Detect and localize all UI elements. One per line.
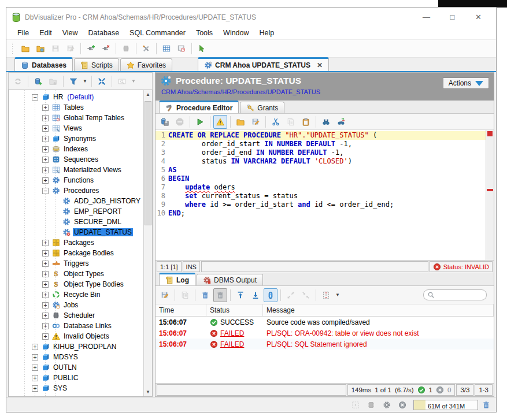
save-as-button[interactable] — [64, 42, 77, 55]
tab-scripts[interactable]: Scripts — [74, 58, 119, 71]
filter-caret[interactable]: ▼ — [82, 75, 88, 88]
minimize-button[interactable]: — — [413, 10, 439, 25]
tree-item-invalid-objects[interactable]: +Invalid Objects — [9, 331, 143, 341]
tree-item-views[interactable]: +Views — [9, 123, 143, 133]
menu-file[interactable]: File — [12, 28, 34, 38]
collapse-icon[interactable]: − — [32, 94, 38, 101]
tree-item-triggers[interactable]: +Triggers — [9, 258, 143, 269]
tree-item-package-bodies[interactable]: +Package Bodies — [9, 248, 143, 258]
tree-item-procedures[interactable]: −Procedures — [9, 185, 143, 196]
find-button[interactable] — [319, 115, 333, 129]
garbage-collect-button[interactable] — [480, 399, 493, 410]
maximize-button[interactable]: □ — [439, 10, 465, 25]
copy-button[interactable] — [284, 115, 298, 129]
tab-databases[interactable]: Databases — [14, 57, 73, 71]
open-file-button[interactable] — [18, 42, 32, 55]
error-stripe-line-marker[interactable] — [487, 189, 493, 191]
column-header-time[interactable]: Time — [156, 304, 206, 316]
expand-icon[interactable]: + — [42, 167, 49, 173]
expand-icon[interactable]: + — [32, 344, 38, 350]
paste-button[interactable] — [299, 115, 313, 129]
log-autoclear-toggle[interactable] — [213, 288, 227, 302]
monitor-button[interactable] — [175, 42, 188, 55]
cut-button[interactable] — [269, 115, 283, 129]
database-session-button[interactable] — [119, 42, 133, 55]
column-header-message[interactable]: Message — [263, 304, 494, 316]
show-errors-toggle[interactable] — [213, 115, 227, 129]
tab-procedure-editor[interactable]: Procedure Editor — [159, 101, 239, 113]
search-input[interactable] — [437, 292, 482, 299]
scrollbar-thumb[interactable] — [145, 101, 151, 225]
sql-editor[interactable]: 1CREATE OR REPLACE PROCEDURE "HR"."UPDAT… — [156, 130, 494, 261]
menu-edit[interactable]: Edit — [34, 28, 57, 38]
collapse-all-button[interactable] — [95, 75, 109, 88]
tree-item-public[interactable]: +PUBLIC — [9, 373, 143, 383]
actions-button[interactable]: Actions — [443, 77, 489, 89]
collapse-icon[interactable]: − — [42, 188, 49, 194]
driver-manager-button[interactable] — [195, 42, 209, 55]
execute-button[interactable] — [193, 115, 207, 129]
expand-icon[interactable]: + — [42, 250, 49, 257]
tree-item-object-types[interactable]: +SObject Types — [9, 269, 143, 279]
tree-item-materialized-views[interactable]: +Materialized Views — [9, 165, 143, 175]
breadcrumb[interactable]: CRM Ahoa/Schemas/HR/Procedures/UPDATE_ST… — [161, 88, 443, 95]
status-settings-button[interactable] — [380, 398, 394, 412]
expand-icon[interactable]: + — [42, 115, 49, 121]
expand-all-button[interactable] — [284, 288, 298, 302]
tree-item-scheduler[interactable]: +Scheduler — [9, 310, 143, 321]
refresh-button[interactable] — [11, 75, 25, 88]
expand-icon[interactable]: + — [42, 313, 49, 319]
menu-sql-commander[interactable]: SQL Commander — [124, 28, 191, 38]
tree-item-jobs[interactable]: +Jobs — [9, 300, 143, 310]
expand-icon[interactable]: + — [32, 375, 38, 381]
scroll-down-icon[interactable]: ▼ — [144, 388, 153, 396]
tree-item-tables[interactable]: +Tables — [9, 102, 143, 113]
menu-database[interactable]: Database — [83, 28, 125, 38]
menu-view[interactable]: View — [57, 28, 83, 38]
log-copy-button[interactable] — [178, 288, 192, 302]
expand-icon[interactable]: + — [42, 136, 49, 142]
log-row-3[interactable]: 15:06:07FAILEDPL/SQL: SQL Statement igno… — [156, 339, 494, 350]
expand-icon[interactable]: + — [42, 240, 49, 246]
scrollbar-track[interactable] — [144, 99, 152, 388]
filter-button[interactable] — [66, 75, 80, 88]
doc-tab-close-icon[interactable]: ✕ — [317, 61, 323, 69]
tab-favorites[interactable]: Favorites — [120, 58, 172, 71]
tree-item-sys[interactable]: +SYS — [9, 383, 143, 393]
toolbar-drag-handle[interactable] — [12, 43, 15, 54]
tree-item-functions[interactable]: +Functions — [9, 175, 143, 185]
find-replace-button[interactable] — [334, 115, 348, 129]
expand-icon[interactable]: + — [42, 261, 49, 267]
menu-help[interactable]: Help — [254, 28, 280, 38]
tree-item-kihub-prodplan[interactable]: +KIHUB_PRODPLAN — [9, 341, 143, 352]
code-area[interactable]: 1CREATE OR REPLACE PROCEDURE "HR"."UPDAT… — [156, 130, 486, 260]
expand-icon[interactable]: + — [32, 365, 38, 371]
create-folder-button[interactable] — [46, 75, 60, 88]
locate-caret[interactable]: ▼ — [130, 75, 137, 88]
log-row-1[interactable]: 15:06:07SUCCESSSource code was compiled/… — [156, 317, 494, 328]
tool-properties-button[interactable] — [139, 42, 153, 55]
create-connection-button[interactable] — [31, 75, 45, 88]
fit-column-caret[interactable]: ▼ — [334, 288, 341, 302]
tab-log[interactable]: Log — [159, 273, 195, 285]
menu-window[interactable]: Window — [218, 28, 254, 38]
collapse-log-button[interactable] — [299, 288, 313, 302]
tree-item-indexes[interactable]: +Indexes — [9, 144, 143, 154]
stop-button[interactable] — [173, 115, 187, 129]
column-header-status[interactable]: Status — [206, 304, 263, 316]
log-row-2[interactable]: 15:06:07FAILEDPL/SQL: ORA-00942: table o… — [156, 328, 494, 339]
tree-item-database-links[interactable]: +Database Links — [9, 321, 143, 331]
tree-item-secure-dml[interactable]: SECURE_DML — [9, 217, 143, 227]
doc-tab-crm-ahoa-update-status[interactable]: CRM Ahoa UPDATE_STATUS ✕ — [198, 57, 329, 71]
menu-tools[interactable]: Tools — [191, 28, 218, 38]
tree-item-update-status[interactable]: UPDATE_STATUS — [9, 227, 143, 237]
scroll-up-icon[interactable]: ▲ — [144, 90, 153, 99]
expand-icon[interactable]: + — [42, 271, 49, 277]
load-from-file-button[interactable] — [234, 115, 247, 129]
tree-scrollbar[interactable]: ▲ ▼ — [143, 90, 152, 396]
tree-item-object-type-bodies[interactable]: +SObject Type Bodies — [9, 279, 143, 289]
expand-icon[interactable]: + — [32, 354, 38, 360]
grid-window-button[interactable] — [160, 42, 173, 55]
locate-object-button[interactable] — [115, 75, 129, 88]
tree-item-recycle-bin[interactable]: +Recycle Bin — [9, 289, 143, 300]
